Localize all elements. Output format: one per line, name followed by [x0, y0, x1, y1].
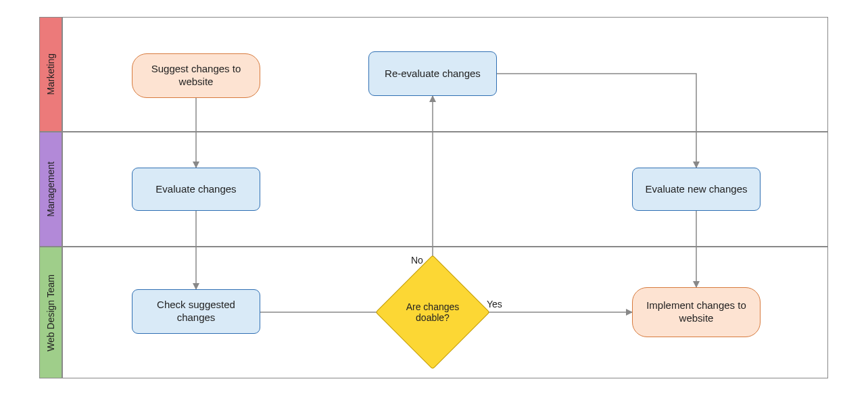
edge-label-no: No — [411, 255, 423, 266]
swimlane-diagram: Marketing Management Web Design Team No … — [0, 0, 868, 396]
node-decision-doable: Are changes doable? — [392, 272, 473, 353]
node-label: Implement changes to website — [640, 299, 753, 325]
node-reevaluate-changes: Re-evaluate changes — [368, 51, 497, 96]
node-suggest-changes: Suggest changes to website — [132, 53, 260, 98]
node-implement-changes: Implement changes to website — [632, 287, 761, 337]
node-label: Are changes doable? — [399, 301, 466, 323]
node-label: Evaluate changes — [155, 183, 236, 196]
node-check-suggested: Check suggested changes — [132, 289, 260, 334]
node-label: Check suggested changes — [139, 299, 253, 324]
edge-label-yes: Yes — [487, 299, 502, 310]
node-label: Suggest changes to website — [139, 63, 253, 89]
edge-reeval-evalnew — [497, 74, 696, 168]
node-evaluate-new-changes: Evaluate new changes — [632, 168, 761, 211]
node-evaluate-changes: Evaluate changes — [132, 168, 260, 211]
node-label: Re-evaluate changes — [385, 68, 481, 80]
node-label: Evaluate new changes — [646, 183, 748, 196]
